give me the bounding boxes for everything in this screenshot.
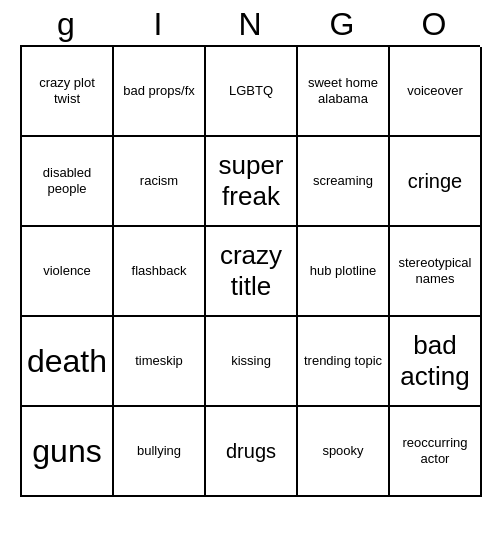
cell-r4-c1: bullying (114, 407, 206, 497)
header-letter: g (20, 6, 112, 43)
bingo-header: gINGO (20, 0, 480, 45)
cell-r3-c4: bad acting (390, 317, 482, 407)
cell-r3-c0: death (22, 317, 114, 407)
cell-r2-c3: hub plotline (298, 227, 390, 317)
cell-r4-c2: drugs (206, 407, 298, 497)
cell-r2-c4: stereotypical names (390, 227, 482, 317)
cell-r2-c0: violence (22, 227, 114, 317)
cell-r3-c2: kissing (206, 317, 298, 407)
cell-r4-c3: spooky (298, 407, 390, 497)
cell-r0-c2: LGBTQ (206, 47, 298, 137)
cell-r0-c0: crazy plot twist (22, 47, 114, 137)
cell-r0-c3: sweet home alabama (298, 47, 390, 137)
cell-r1-c1: racism (114, 137, 206, 227)
cell-r2-c1: flashback (114, 227, 206, 317)
cell-r1-c2: super freak (206, 137, 298, 227)
cell-r0-c1: bad props/fx (114, 47, 206, 137)
header-letter: I (112, 6, 204, 43)
header-letter: N (204, 6, 296, 43)
cell-r1-c3: screaming (298, 137, 390, 227)
bingo-grid: crazy plot twistbad props/fxLGBTQsweet h… (20, 45, 480, 497)
cell-r2-c2: crazy title (206, 227, 298, 317)
header-letter: G (296, 6, 388, 43)
cell-r0-c4: voiceover (390, 47, 482, 137)
cell-r1-c4: cringe (390, 137, 482, 227)
cell-r1-c0: disabled people (22, 137, 114, 227)
cell-r3-c1: timeskip (114, 317, 206, 407)
header-letter: O (388, 6, 480, 43)
cell-r4-c0: guns (22, 407, 114, 497)
cell-r3-c3: trending topic (298, 317, 390, 407)
cell-r4-c4: reoccurring actor (390, 407, 482, 497)
